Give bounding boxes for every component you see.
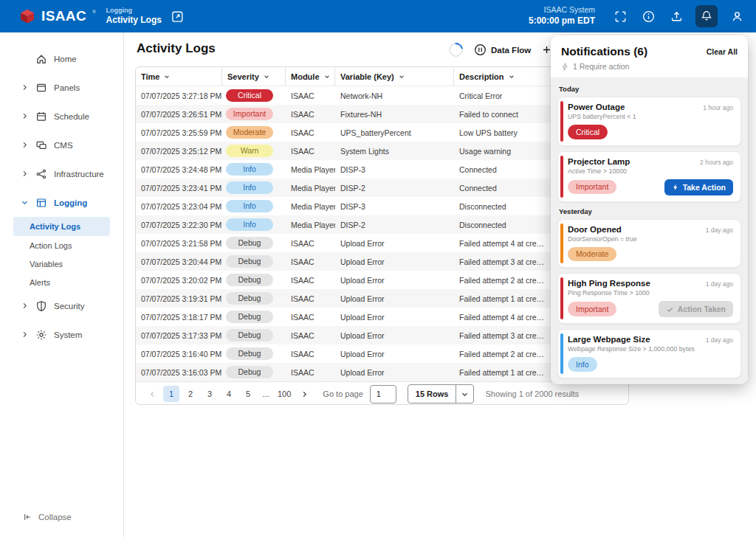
- column-header-module[interactable]: Module: [286, 67, 335, 86]
- schedule-icon: [35, 111, 47, 122]
- data-flow-toggle[interactable]: Data Flow: [474, 44, 531, 56]
- sidebar-subitem-variables[interactable]: Variables: [13, 254, 110, 273]
- cell-description: Failed attempt 1 at creating...: [454, 368, 548, 377]
- cell-description: Failed attempt 1 at creating...: [454, 294, 548, 303]
- cell-variable: DISP-3: [335, 202, 454, 211]
- cell-time: 07/07/2025 3:27:18 PM: [136, 91, 222, 100]
- take-action-button[interactable]: Take Action: [664, 179, 733, 195]
- notification-card-bottom: Info: [568, 357, 733, 372]
- sidebar-collapse-button[interactable]: Collapse: [22, 512, 72, 522]
- notification-timestamp: 1 day ago: [706, 280, 733, 288]
- cell-description: Failed attempt 2 at creating...: [454, 276, 548, 285]
- notification-card-large-webpage-size[interactable]: Large Webpage Size1 day agoWebpage Respo…: [557, 329, 741, 378]
- column-header-label: Time: [141, 72, 159, 81]
- fullscreen-icon[interactable]: [611, 7, 629, 25]
- go-to-page-input[interactable]: [370, 385, 396, 403]
- clear-all-button[interactable]: Clear All: [707, 47, 738, 56]
- cell-variable: DISP-2: [335, 184, 454, 193]
- page-number-3[interactable]: 3: [202, 386, 218, 402]
- page-number-2[interactable]: 2: [182, 386, 199, 402]
- column-header-label: Severity: [227, 72, 259, 81]
- sort-chevron-icon: [163, 73, 171, 80]
- breadcrumb-section: Logging: [106, 7, 162, 15]
- cell-variable: UPS_batteryPercent: [335, 128, 454, 137]
- notification-card-high-ping-response[interactable]: High Ping Response1 day agoPing Response…: [557, 273, 741, 324]
- cell-time: 07/07/2025 3:18:17 PM: [136, 313, 222, 322]
- user-profile-icon[interactable]: [728, 7, 746, 25]
- column-header-label: Description: [459, 72, 504, 81]
- cell-variable: Upload Error: [335, 294, 454, 303]
- info-icon[interactable]: [639, 7, 657, 25]
- severity-pill: Debug: [226, 237, 273, 250]
- prev-page-button[interactable]: [145, 386, 159, 402]
- notification-condition: DoorSensorOpen = true: [568, 235, 733, 243]
- sidebar-item-cms[interactable]: CMS: [0, 131, 123, 159]
- cell-module: ISAAC: [286, 110, 335, 119]
- severity-stripe: [560, 156, 563, 198]
- chevron-right-icon: [20, 83, 29, 92]
- notification-card-high-webpage-response-time[interactable]: High Webpage Response Time1 day agoWebpa…: [557, 384, 741, 385]
- infrastructure-icon: [35, 168, 47, 180]
- sidebar-subitem-activity-logs[interactable]: Activity Logs: [13, 217, 110, 236]
- top-bar: ISAAC ® Logging Activity Logs ISAAC Syst…: [0, 0, 756, 32]
- severity-pill: Info: [226, 218, 273, 232]
- sidebar-item-infrastructure[interactable]: Infrastructure: [0, 159, 123, 188]
- cell-description: Disconnected: [454, 202, 548, 211]
- sidebar-subitem-alerts[interactable]: Alerts: [13, 273, 110, 291]
- cell-severity: Info: [222, 181, 286, 195]
- upload-icon[interactable]: [667, 7, 685, 25]
- data-flow-label: Data Flow: [491, 46, 531, 55]
- notification-card-power-outage[interactable]: Power Outage1 hour agoUPS batteryPercent…: [557, 97, 741, 146]
- cell-time: 07/07/2025 3:23:41 PM: [136, 184, 222, 193]
- rows-per-page-select[interactable]: 15 Rows: [408, 384, 475, 403]
- notification-timestamp: 1 hour ago: [703, 104, 733, 111]
- sidebar-item-schedule[interactable]: Schedule: [0, 102, 123, 131]
- breadcrumb-page: Activity Logs: [106, 15, 162, 25]
- cell-module: ISAAC: [286, 257, 335, 266]
- sidebar-item-panels[interactable]: Panels: [0, 73, 123, 102]
- column-header-time[interactable]: Time: [136, 67, 222, 86]
- cell-variable: DISP-3: [335, 165, 454, 174]
- severity-pill: Info: [226, 200, 273, 213]
- notification-card-door-opened[interactable]: Door Opened1 day agoDoorSensorOpen = tru…: [557, 219, 741, 268]
- cell-module: ISAAC: [286, 350, 335, 358]
- cell-description: Connected: [454, 184, 548, 193]
- sidebar-item-logging[interactable]: Logging: [0, 188, 123, 217]
- notification-card-top: Power Outage1 hour ago: [568, 103, 733, 111]
- loading-spinner-icon: [446, 40, 466, 60]
- page-number-5[interactable]: 5: [240, 386, 256, 402]
- notification-card-bottom: Critical: [568, 125, 733, 139]
- column-header-severity[interactable]: Severity: [222, 67, 286, 86]
- notification-card-top: Projector Lamp2 hours ago: [568, 157, 733, 166]
- bolt-icon: [561, 63, 569, 71]
- severity-stripe: [560, 333, 563, 374]
- severity-stripe: [560, 101, 563, 142]
- sidebar-item-label: Security: [54, 302, 85, 311]
- sidebar-item-home[interactable]: Home: [0, 44, 123, 73]
- sidebar-item-security[interactable]: Security: [0, 291, 123, 320]
- notifications-bell-button[interactable]: [695, 5, 718, 27]
- page-number-1[interactable]: 1: [163, 386, 179, 402]
- notification-card-projector-lamp[interactable]: Projector Lamp2 hours agoActive Time > 1…: [557, 151, 741, 202]
- sidebar-subitem-action-logs[interactable]: Action Logs: [13, 236, 110, 254]
- cell-variable: Fixtures-NH: [335, 110, 454, 119]
- open-in-new-window-icon[interactable]: [171, 10, 185, 24]
- sidebar-item-system[interactable]: System: [0, 320, 123, 349]
- cell-time: 07/07/2025 3:19:31 PM: [136, 294, 222, 303]
- notification-severity-badge: Important: [568, 302, 616, 316]
- registered-mark: ®: [92, 10, 95, 14]
- cell-module: ISAAC: [286, 239, 335, 248]
- column-header-variable-key-[interactable]: Variable (Key): [335, 67, 454, 86]
- cell-description: Usage warning: [454, 147, 548, 156]
- cell-severity: Info: [222, 200, 286, 213]
- next-page-button[interactable]: [297, 386, 312, 402]
- page-number-100[interactable]: 100: [275, 386, 293, 402]
- cell-description: Failed attempt 4 at creating...: [454, 239, 548, 248]
- page-title: Activity Logs: [137, 41, 216, 56]
- chevron-right-icon: [20, 330, 29, 339]
- cell-variable: Upload Error: [335, 331, 454, 340]
- page-number-4[interactable]: 4: [221, 386, 237, 402]
- sidebar-item-label: Schedule: [54, 112, 89, 121]
- cell-variable: Upload Error: [335, 257, 454, 266]
- cell-description: Connected: [454, 165, 548, 174]
